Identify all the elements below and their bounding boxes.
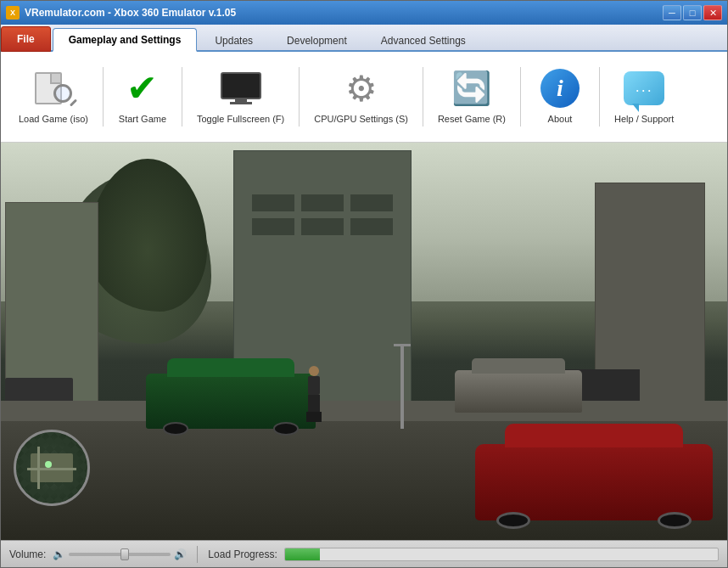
about-label: About [548,114,573,125]
about-icon-container: i [540,68,580,109]
toggle-fullscreen-button[interactable]: Toggle Fullscreen (F) [188,59,294,135]
title-bar: X VRemulator.com - Xbox 360 Emulator v.1… [1,1,727,25]
cpu-gpu-settings-label: CPU/GPU Settings (S) [314,114,408,125]
close-button[interactable]: ✕ [703,5,722,20]
cpu-gpu-icon-container: ⚙ [341,68,382,109]
window-title: VRemulator.com - Xbox 360 Emulator v.1.0… [25,7,236,19]
ribbon-separator-3 [299,67,300,127]
minimap-inner [16,432,87,503]
volume-max-icon: 🔊 [174,548,187,560]
volume-min-icon: 🔈 [53,548,65,560]
info-icon: i [540,69,580,108]
minimize-button[interactable]: ─ [663,5,681,20]
player-character [306,366,322,421]
help-support-button[interactable]: ... Help / Support [605,59,683,135]
tab-gameplay[interactable]: Gameplay and Settings [53,28,198,52]
reset-game-button[interactable]: 🔄 Reset Game (R) [428,59,515,135]
sidewalk [1,401,727,420]
help-support-icon-container: ... [624,68,664,109]
app-icon: X [6,6,20,20]
toggle-fullscreen-label: Toggle Fullscreen (F) [197,114,284,125]
maximize-button[interactable]: □ [683,5,702,20]
volume-slider-thumb[interactable] [120,548,129,560]
load-game-icon [35,72,72,104]
title-bar-left: X VRemulator.com - Xbox 360 Emulator v.1… [6,6,236,20]
help-support-label: Help / Support [614,114,674,125]
title-controls: ─ □ ✕ [663,5,722,20]
ribbon-toolbar: Load Game (iso) ✔ Start Game Toggle Full… [1,52,727,143]
volume-slider-container: 🔈 🔊 [53,548,187,560]
tab-advanced-settings[interactable]: Advanced Settings [365,28,482,52]
status-divider [197,546,198,563]
gray-car [455,370,582,413]
load-game-icon-container [33,68,74,109]
checkmark-icon: ✔ [126,70,158,107]
ribbon-separator-2 [182,67,182,127]
game-scene [1,143,727,540]
tab-bar: File Gameplay and Settings Updates Devel… [1,25,727,52]
start-game-icon-container: ✔ [122,68,163,109]
load-game-button[interactable]: Load Game (iso) [9,59,98,135]
volume-slider-track[interactable] [69,553,171,556]
reset-game-label: Reset Game (R) [438,114,506,125]
chat-dots: ... [636,78,653,96]
monitor-icon [221,72,261,104]
gear-icon: ⚙ [345,68,378,110]
reset-game-icon-container: 🔄 [451,68,492,109]
status-bar: Volume: 🔈 🔊 Load Progress: [1,540,727,567]
tab-updates[interactable]: Updates [199,28,269,52]
load-game-label: Load Game (iso) [19,114,88,125]
toggle-fullscreen-icon-container [221,68,261,109]
game-viewport [1,143,727,540]
start-game-label: Start Game [119,114,166,125]
ribbon-separator-1 [103,67,104,127]
main-window: X VRemulator.com - Xbox 360 Emulator v.1… [0,0,728,568]
red-car [475,444,713,520]
tab-development[interactable]: Development [271,28,363,52]
green-car [146,374,316,429]
ribbon-separator-6 [599,67,600,127]
about-button[interactable]: i About [526,59,594,135]
tab-file[interactable]: File [1,26,51,52]
street-light-1 [400,344,404,429]
ribbon-separator-5 [520,67,521,127]
cpu-gpu-settings-button[interactable]: ⚙ CPU/GPU Settings (S) [305,59,417,135]
chat-icon: ... [624,71,664,105]
progress-bar-fill [285,548,320,560]
reset-icon: 🔄 [451,70,491,107]
progress-bar [284,548,719,561]
start-game-button[interactable]: ✔ Start Game [109,59,176,135]
ribbon-separator-4 [423,67,423,127]
volume-label: Volume: [9,548,46,560]
minimap [14,430,90,506]
load-progress-label: Load Progress: [208,548,277,560]
